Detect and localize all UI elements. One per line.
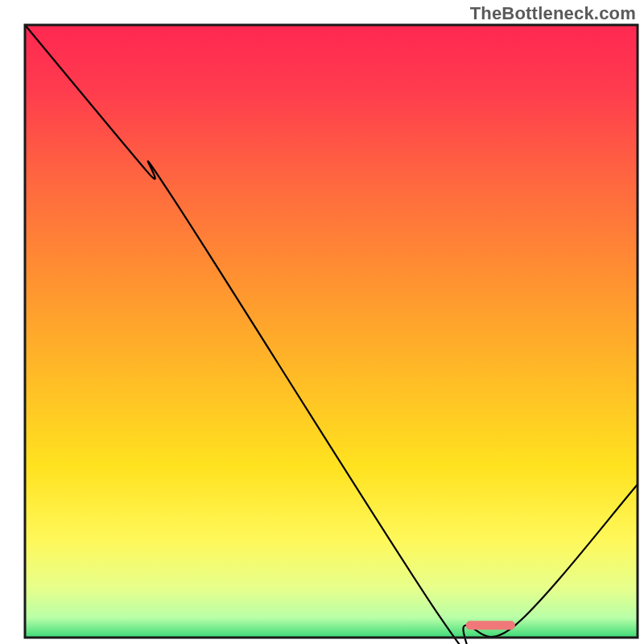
- chart-container: TheBottleneck.com: [0, 0, 644, 644]
- plot-background-gradient: [25, 25, 638, 638]
- watermark-text: TheBottleneck.com: [470, 3, 636, 24]
- bottleneck-chart: [0, 0, 644, 644]
- optimal-range-marker: [466, 621, 515, 630]
